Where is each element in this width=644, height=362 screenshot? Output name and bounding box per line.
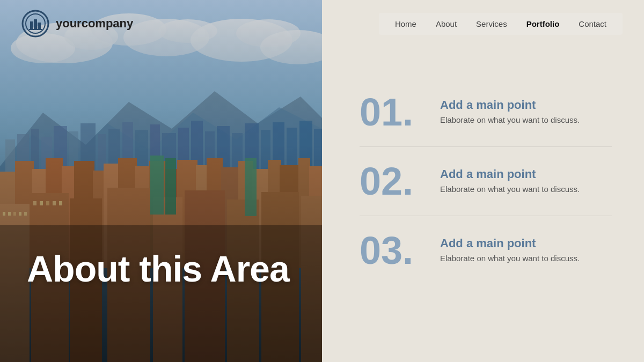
- nav-services[interactable]: Services: [476, 19, 507, 28]
- nav-about[interactable]: About: [436, 19, 457, 28]
- point-3-content: Add a main point Elaborate on what you w…: [440, 231, 580, 263]
- svg-rect-87: [30, 21, 33, 29]
- navigation: Home About Services Portfolio Contact: [379, 13, 623, 35]
- point-2-title: Add a main point: [440, 167, 580, 181]
- header-left: yourcompany: [0, 0, 322, 47]
- nav-portfolio[interactable]: Portfolio: [526, 19, 560, 28]
- point-1-content: Add a main point Elaborate on what you w…: [440, 93, 580, 124]
- point-3-title: Add a main point: [440, 237, 580, 250]
- point-1-desc: Elaborate on what you want to discuss.: [440, 115, 580, 124]
- svg-rect-89: [38, 23, 41, 29]
- point-2: 02. Add a main point Elaborate on what y…: [360, 147, 612, 216]
- point-3-number: 03.: [360, 231, 424, 270]
- nav-home[interactable]: Home: [395, 19, 416, 28]
- point-2-desc: Elaborate on what you want to discuss.: [440, 184, 580, 194]
- nav-contact[interactable]: Contact: [579, 19, 606, 28]
- point-1: 01. Add a main point Elaborate on what y…: [360, 78, 612, 146]
- point-2-content: Add a main point Elaborate on what you w…: [440, 162, 580, 194]
- logo-text: yourcompany: [56, 17, 133, 31]
- point-2-number: 02.: [360, 162, 424, 201]
- svg-rect-88: [34, 19, 37, 29]
- right-panel: Home About Services Portfolio Contact 01…: [322, 0, 644, 362]
- point-3: 03. Add a main point Elaborate on what y…: [360, 216, 612, 285]
- nav-bar: Home About Services Portfolio Contact: [322, 0, 644, 47]
- point-1-number: 01.: [360, 93, 424, 131]
- svg-rect-84: [0, 225, 322, 362]
- point-1-title: Add a main point: [440, 98, 580, 112]
- left-panel: yourcompany About this Area: [0, 0, 322, 362]
- page-container: yourcompany About this Area Home About S…: [0, 0, 644, 362]
- hero-title: About this Area: [27, 250, 289, 287]
- point-3-desc: Elaborate on what you want to discuss.: [440, 254, 580, 263]
- logo-icon: [21, 10, 49, 38]
- svg-rect-90: [29, 29, 42, 30]
- logo[interactable]: yourcompany: [21, 10, 133, 38]
